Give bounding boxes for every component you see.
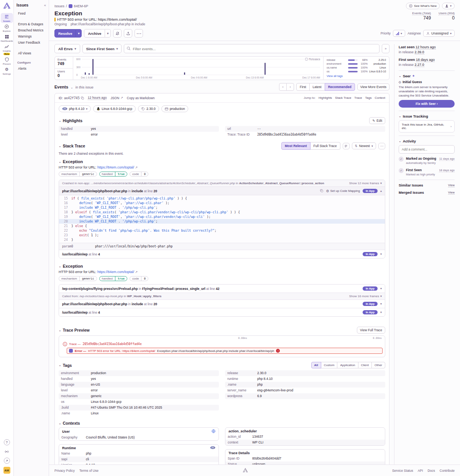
highlights-title[interactable]: ⌄Highlights xyxy=(59,118,82,123)
comment-input[interactable] xyxy=(399,145,455,154)
tags-filter-client[interactable]: Client xyxy=(358,362,372,368)
resolve-button[interactable]: Resolve xyxy=(54,29,76,38)
activity-title[interactable]: ⌄ Activity xyxy=(399,139,455,143)
thread-selector-button[interactable] xyxy=(343,143,350,149)
next-event-button[interactable]: › xyxy=(286,83,294,91)
setup-code-mapping-button[interactable]: ⚙ Set up Code Mapping xyxy=(326,189,360,193)
message-url-link[interactable]: https://84em.com/toptal/ xyxy=(97,270,134,274)
sidebar-item-feed[interactable]: Feed xyxy=(16,10,46,16)
help-icon[interactable]: ? xyxy=(4,439,10,445)
trace-error-row[interactable]: Error — HTTP 503 error for URL: https://… xyxy=(67,348,383,354)
rail-item-settings[interactable]: ⚙Settings xyxy=(1,66,13,76)
sidebar-item-warnings[interactable]: Warnings xyxy=(16,33,46,39)
events-nav-latest[interactable]: Latest xyxy=(309,83,325,91)
tags-filter-application[interactable]: Application xyxy=(337,362,358,368)
first-seen-release-link[interactable]: 2.27.0 xyxy=(415,63,424,67)
view-full-trace-button[interactable]: View Full Trace xyxy=(357,327,385,334)
fix-with-seer-button[interactable]: Fix with Seer › xyxy=(399,100,455,108)
tags-filter-all[interactable]: All xyxy=(311,362,321,368)
footer-link-contribute[interactable]: Contribute xyxy=(440,469,455,473)
footer-link-privacy-policy[interactable]: Privacy Policy xyxy=(54,469,75,473)
copy-icon[interactable] xyxy=(320,189,323,193)
collapsed-frames-row[interactable]: Crashed in non-app: .../vendor/woocommer… xyxy=(59,180,385,186)
tags-filter-custom[interactable]: Custom xyxy=(321,362,338,368)
activity-time[interactable]: 11 days ago xyxy=(439,157,455,161)
activity-time[interactable]: 18 days ago xyxy=(439,168,455,172)
footer-link-terms-of-use[interactable]: Terms of Use xyxy=(79,469,99,473)
event-tag-environment[interactable]: production xyxy=(161,105,189,112)
events-nav-first[interactable]: First xyxy=(296,83,310,91)
collapsed-frames-row[interactable]: Called from: /wp-includes/class-wp-hook.… xyxy=(59,293,385,299)
collapse-sidebar-icon[interactable]: « xyxy=(44,3,46,7)
rail-item-dashboards[interactable]: Dashboards xyxy=(1,33,13,43)
priority-dropdown[interactable]: ▾ xyxy=(393,30,405,37)
edit-highlights-button[interactable]: ✎Edit xyxy=(369,117,385,124)
tags-title[interactable]: ⌄Tags xyxy=(59,363,72,368)
copy-as-markdown-link[interactable]: Copy as Markdown xyxy=(127,96,155,100)
search-input[interactable] xyxy=(124,44,380,53)
issue-tracking-card[interactable]: Track this issue in Jira, GitHub, etc. › xyxy=(399,120,455,132)
chevron-up-icon[interactable]: ▴ xyxy=(380,189,382,193)
jump-link-stack-trace[interactable]: Stack Trace xyxy=(335,96,351,100)
rail-item-issues[interactable]: Issues xyxy=(1,13,13,23)
broadcast-icon[interactable] xyxy=(4,448,10,455)
tag-summary-row-os-name[interactable]: os.name100%Linux xyxy=(327,66,386,69)
events-bar-chart[interactable]: Releases 6003000 Dec 1 6:00 AMDec 5 6:00… xyxy=(73,57,323,80)
jump-link-context[interactable]: Context xyxy=(375,96,385,100)
chart-users-stat[interactable]: Users 0 xyxy=(55,68,73,80)
event-tag-release[interactable]: 2.30.0 xyxy=(138,105,159,112)
sidebar-item-user-feedback[interactable]: User Feedback xyxy=(16,39,46,46)
message-url-link[interactable]: https://84em.com/toptal/ xyxy=(97,165,134,169)
similar-issues-view-link[interactable]: View xyxy=(448,183,455,187)
users-label[interactable]: Users (90d) xyxy=(439,11,455,15)
user-menu-button[interactable]: ▾ xyxy=(442,3,455,9)
first-seen-value[interactable]: 18 days ago xyxy=(416,58,435,62)
rail-item-explore[interactable]: Explore xyxy=(1,23,13,33)
show-more-frames[interactable]: Show 16 more frames▾ xyxy=(349,294,382,298)
sidebar-item-errors-outages[interactable]: Errors & Outages xyxy=(16,21,46,27)
frame-header[interactable]: /usr/local/bin/wp at line 4In App▾ xyxy=(59,308,385,316)
tag-summary-row-os[interactable]: os100%Linux 6.8.0-1044-g... xyxy=(327,70,386,73)
jump-link-highlights[interactable]: Highlights xyxy=(319,96,332,100)
event-tag-linux[interactable]: Linux 6.8.0-1044-gcp xyxy=(93,105,136,112)
jump-link-trace[interactable]: Trace xyxy=(354,96,362,100)
archive-dropdown-button[interactable]: ▾ xyxy=(105,29,111,38)
footer-link-service-status[interactable]: Service Status xyxy=(392,469,413,473)
sentry-logo[interactable] xyxy=(3,2,11,10)
events-total-label[interactable]: Events (Total) xyxy=(412,11,431,15)
trace-preview-title[interactable]: ⌄Trace Preview xyxy=(59,328,90,332)
environment-filter[interactable]: All Envs▾ xyxy=(54,44,80,53)
exception-title[interactable]: ⌄Exception xyxy=(59,159,385,164)
chevron-down-icon[interactable]: ▾ xyxy=(380,287,382,290)
sidebar-item-all-views[interactable]: All Views xyxy=(16,50,46,56)
whats-new-button[interactable]: See What's New xyxy=(406,3,440,9)
share-button[interactable] xyxy=(124,29,132,38)
tag-summary-row-release[interactable]: release68%2.25.0 xyxy=(327,59,386,61)
tag-summary-row-environment[interactable]: environment100%production xyxy=(327,62,386,65)
view-json-link[interactable]: JSON↗ xyxy=(110,96,123,100)
previous-event-button[interactable]: ‹ xyxy=(279,83,287,91)
breadcrumb-issues-link[interactable]: Issues xyxy=(54,4,64,8)
last-seen-value[interactable]: 12 hours ago xyxy=(416,45,436,49)
merged-issues-view-link[interactable]: View xyxy=(448,191,455,195)
rail-item-insights[interactable]: InsightsBeta xyxy=(1,43,13,56)
view-all-tags-link[interactable]: View all tags xyxy=(327,74,386,78)
jump-link-tags[interactable]: Tags xyxy=(365,96,372,100)
footer-link-api[interactable]: API xyxy=(418,469,423,473)
value[interactable]: 2.30.0 xyxy=(257,371,266,375)
stack-trace-options-button[interactable]: ⋯ xyxy=(378,143,385,149)
contexts-title[interactable]: ⌄Contexts xyxy=(59,421,80,425)
assignee-dropdown[interactable]: Unassigned ▾ xyxy=(423,30,455,37)
event-tag-php[interactable]: phpphp 8.4.10▾ xyxy=(59,105,91,112)
events-title[interactable]: Events xyxy=(54,85,68,89)
more-actions-button[interactable]: ⋯ xyxy=(135,29,143,38)
event-timestamp[interactable]: 12 hours ago xyxy=(88,96,107,100)
show-more-frames[interactable]: Show 12 more frames▾ xyxy=(349,182,382,185)
seer-section-title[interactable]: ⌄ Seer ✦ xyxy=(399,74,455,78)
support-icon[interactable] xyxy=(4,458,10,464)
frame-header[interactable]: /usr/local/bin/wp at line 4In App▾ xyxy=(59,250,385,258)
chevron-down-icon[interactable]: ▾ xyxy=(380,252,382,256)
events-nav-recommended[interactable]: Recommended xyxy=(325,83,355,91)
chart-events-stat[interactable]: Events 749 xyxy=(55,57,73,68)
sidebar-item-alerts[interactable]: Alerts xyxy=(16,65,46,72)
